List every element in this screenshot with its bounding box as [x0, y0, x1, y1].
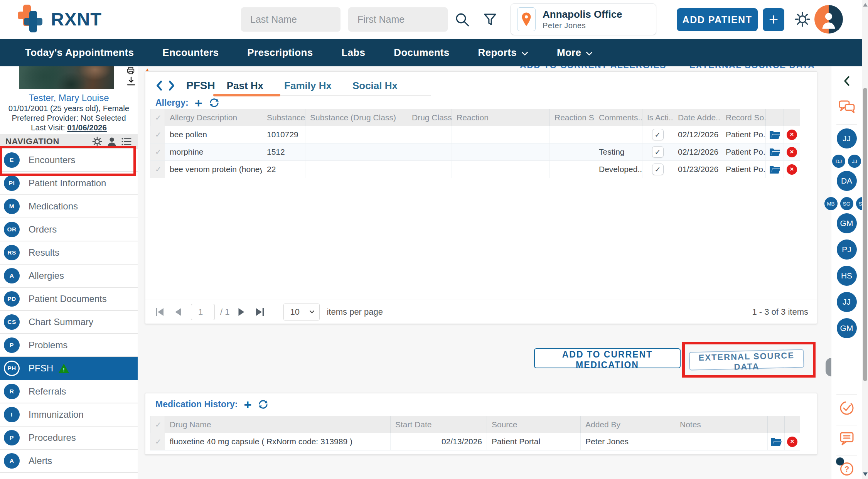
row-select-cell[interactable]: ✓ — [150, 161, 165, 178]
select-all-column[interactable]: ✓ — [150, 416, 165, 433]
office-selector[interactable]: Annapolis Office Peter Jones — [511, 3, 656, 35]
next-page-icon[interactable] — [236, 306, 247, 318]
user-avatar[interactable]: DA — [837, 171, 857, 191]
column-header[interactable]: Record So... — [721, 109, 766, 126]
sidebar-item[interactable]: E Encounters ! — [0, 149, 138, 172]
gear-icon[interactable] — [794, 10, 811, 28]
user-avatar[interactable]: DJ — [832, 155, 845, 168]
main-nav-item[interactable]: Labs — [327, 39, 379, 66]
add-patient-button[interactable]: ADD PATIENT — [677, 8, 758, 31]
sidebar-item[interactable]: PH PFSH ! — [0, 357, 138, 380]
page-number-input[interactable] — [191, 304, 215, 320]
rxnt-logo[interactable]: RXNT — [18, 5, 102, 33]
chevron-left-icon[interactable] — [155, 80, 163, 91]
sidebar-item[interactable]: A Alerts ! — [0, 450, 138, 473]
column-header[interactable]: Drug Name — [165, 416, 391, 433]
user-avatar[interactable]: PJ — [837, 240, 857, 260]
main-nav-item[interactable]: Prescriptions — [233, 39, 327, 66]
is-active-checkbox[interactable]: ✓ — [652, 129, 664, 140]
add-to-current-medication-button[interactable]: ADD TO CURRENT MEDICATION — [534, 348, 681, 368]
tab-social-hx[interactable]: Social Hx — [352, 80, 398, 92]
last-page-icon[interactable] — [254, 306, 266, 318]
user-avatar[interactable]: GM — [837, 318, 857, 338]
person-icon[interactable] — [106, 136, 118, 147]
page-size-select[interactable]: 10 — [283, 304, 320, 320]
refresh-icon[interactable] — [209, 97, 220, 108]
column-header[interactable]: Source — [487, 416, 581, 433]
patient-name-link[interactable]: Tester, Mary Louise — [0, 93, 138, 103]
previous-page-icon[interactable] — [172, 306, 184, 318]
refresh-icon[interactable] — [258, 399, 269, 410]
user-avatar[interactable]: JJ — [837, 292, 857, 312]
scrollbar-thumb[interactable] — [863, 88, 867, 381]
folder-icon[interactable] — [770, 437, 782, 447]
chevron-right-icon[interactable] — [168, 80, 175, 91]
column-header[interactable]: Allergy Description — [165, 109, 262, 126]
is-active-checkbox[interactable]: ✓ — [652, 164, 664, 175]
sidebar-item[interactable]: M Medications ! — [0, 195, 138, 218]
column-header[interactable]: Start Date — [391, 416, 487, 433]
sidebar-item[interactable]: RS Results ! — [0, 241, 138, 265]
column-header[interactable]: Substance (Drug Class) — [305, 109, 407, 126]
row-select-cell[interactable]: ✓ — [150, 433, 165, 450]
sidebar-item[interactable]: R Referrals ! — [0, 380, 138, 403]
sidebar-item[interactable]: OR Orders ! — [0, 218, 138, 241]
collapse-chevron-icon[interactable] — [843, 76, 851, 86]
user-avatar[interactable]: SG — [840, 197, 853, 210]
sidebar-item[interactable]: PI Patient Information ! — [0, 172, 138, 195]
sidebar-item[interactable]: P Problems ! — [0, 334, 138, 357]
gear-icon[interactable] — [91, 136, 103, 147]
user-avatar[interactable]: HS — [837, 266, 857, 286]
search-icon[interactable] — [454, 12, 470, 28]
sidebar-item[interactable]: P Procedures ! — [0, 427, 138, 450]
row-select-cell[interactable]: ✓ — [150, 143, 165, 161]
main-nav-item[interactable]: Today's Appointments — [11, 39, 148, 66]
column-header[interactable]: Date Adde... — [673, 109, 721, 126]
last-visit-date-link[interactable]: 01/06/2026 — [67, 123, 107, 132]
sidebar-item[interactable]: A Allergies ! — [0, 265, 138, 288]
chat-bubbles-icon[interactable] — [838, 100, 856, 116]
user-profile-avatar[interactable] — [814, 5, 843, 34]
medication-row[interactable]: ✓ fluoxetine 40 mg capsule ( RxNorm code… — [150, 433, 800, 450]
is-active-checkbox[interactable]: ✓ — [652, 146, 664, 158]
clipped-link[interactable]: EXTERNAL SOURCE DATA — [689, 66, 815, 72]
download-icon[interactable] — [126, 76, 136, 86]
user-avatar[interactable]: GM — [837, 213, 857, 233]
tab-past-hx[interactable]: Past Hx — [227, 80, 263, 92]
first-name-input[interactable] — [348, 7, 448, 32]
help-icon[interactable]: ? — [838, 460, 855, 479]
select-all-column[interactable]: ✓ — [150, 109, 165, 126]
folder-icon[interactable] — [769, 130, 780, 140]
main-nav-item[interactable]: Encounters — [148, 39, 233, 66]
scroll-down-arrow[interactable] — [863, 472, 868, 476]
column-header[interactable]: Reaction S... — [550, 109, 594, 126]
folder-icon[interactable] — [769, 148, 780, 157]
delete-icon[interactable]: × — [787, 164, 797, 175]
column-header[interactable]: Substance... — [262, 109, 305, 126]
column-header[interactable]: Is Acti... — [642, 109, 673, 126]
tasks-check-icon[interactable] — [838, 400, 855, 417]
main-nav-item[interactable]: More — [543, 39, 607, 66]
allergy-row[interactable]: ✓ bee venom protein (honey ... 22 Develo… — [150, 161, 800, 178]
quick-add-button[interactable]: + — [763, 8, 784, 31]
sidebar-item[interactable]: PD Patient Documents ! — [0, 288, 138, 311]
drawer-handle[interactable] — [826, 358, 831, 376]
column-header[interactable]: Drug Class... — [407, 109, 452, 126]
sidebar-item[interactable]: CS Chart Summary ! — [0, 311, 138, 334]
delete-icon[interactable]: × — [787, 130, 797, 140]
delete-icon[interactable]: × — [787, 437, 797, 447]
last-name-input[interactable] — [241, 7, 340, 32]
add-allergy-icon[interactable]: + — [195, 99, 202, 107]
add-medication-icon[interactable]: + — [244, 401, 251, 408]
tab-family-hx[interactable]: Family Hx — [284, 80, 332, 92]
user-avatar[interactable]: JJ — [848, 155, 861, 168]
user-avatar[interactable]: JJ — [837, 128, 857, 148]
external-source-data-button[interactable]: EXTERNAL SOURCE DATA — [689, 349, 804, 370]
list-icon[interactable] — [121, 136, 132, 147]
column-header[interactable]: Comments... — [594, 109, 642, 126]
clipped-link[interactable]: ADD TO CURRENT ALLERGIES — [520, 66, 666, 72]
print-icon[interactable] — [126, 66, 135, 75]
delete-icon[interactable]: × — [787, 147, 797, 157]
folder-icon[interactable] — [769, 165, 780, 174]
filter-icon[interactable] — [482, 12, 498, 28]
